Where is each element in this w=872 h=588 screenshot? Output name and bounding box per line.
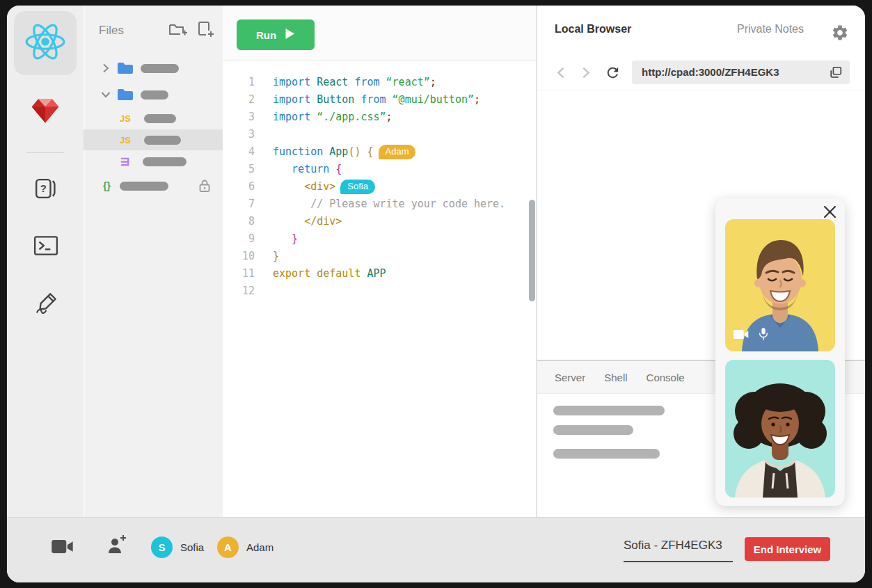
js-file-icon: JS (120, 135, 135, 145)
code-token: Button (317, 93, 354, 106)
code-line: 11export default APP (223, 265, 536, 283)
chevron-down-icon (100, 89, 111, 100)
file-tree-row-json-locked[interactable]: {} (84, 175, 223, 196)
code-token: App (329, 145, 348, 158)
run-button[interactable]: Run (237, 19, 315, 50)
line-number: 6 (223, 178, 273, 196)
json-file-icon: {} (103, 180, 120, 191)
code-token (273, 163, 292, 175)
open-in-new-window-icon[interactable] (829, 65, 843, 79)
camera-toggle-button[interactable] (51, 539, 74, 554)
code-token: { (335, 163, 342, 175)
video-call-card (715, 198, 845, 506)
app-window: ? Files (7, 6, 865, 582)
code-token: “@mui/button” (393, 93, 474, 106)
help-card-icon: ? (34, 177, 56, 202)
svg-text:?: ? (40, 182, 47, 194)
video-tile-adam (725, 219, 835, 351)
code-token: ; (430, 76, 436, 88)
mic-on-icon[interactable] (758, 327, 769, 344)
url-text: http://cpad:3000/ZFH4EGK3 (642, 61, 779, 84)
code-line: 2import Button from “@mui/button”; (223, 91, 536, 109)
console-output-skeleton (553, 425, 633, 435)
play-icon (285, 28, 295, 42)
line-number: 4 (223, 143, 273, 161)
language-ruby-button[interactable] (29, 96, 61, 128)
drawing-mode-button[interactable] (33, 291, 60, 317)
new-folder-button[interactable] (168, 21, 188, 38)
tab-local-browser[interactable]: Local Browser (555, 23, 631, 35)
line-number: 10 (223, 248, 273, 265)
code-token: ; (386, 111, 393, 123)
code-token: import (273, 76, 310, 88)
browser-refresh-button[interactable] (605, 65, 621, 81)
lock-icon (198, 179, 212, 193)
file-tree-row-folder-open[interactable] (84, 84, 223, 105)
code-line: 6 <div>Sofia (223, 178, 536, 196)
editor-scrollbar[interactable] (529, 200, 535, 301)
avatar-adam: A (217, 537, 239, 558)
video-tile-sofia (725, 360, 835, 498)
tab-console[interactable]: Console (647, 372, 685, 383)
url-bar[interactable]: http://cpad:3000/ZFH4EGK3 (632, 61, 850, 84)
new-file-button[interactable] (198, 21, 217, 38)
help-button[interactable]: ? (33, 178, 57, 202)
session-name-input[interactable]: Sofia - ZFH4EGK3 (624, 539, 733, 562)
line-number: 8 (223, 213, 273, 230)
ruby-logo-icon (29, 95, 61, 129)
code-token: } (273, 250, 279, 262)
browser-forward-button[interactable] (581, 67, 594, 79)
close-icon[interactable] (824, 206, 836, 218)
code-token: APP (367, 267, 386, 280)
file-name-skeleton (143, 157, 187, 166)
file-tree-row-js[interactable]: JS (84, 108, 223, 129)
code-line: 8 </div> (223, 213, 536, 230)
tab-shell[interactable]: Shell (604, 372, 627, 383)
code-line: 1import React from “react”; (223, 74, 536, 91)
file-name-skeleton (144, 114, 176, 123)
add-participant-button[interactable] (106, 534, 127, 555)
css-file-icon (120, 157, 135, 167)
remote-cursor-sofia: Sofia (340, 180, 375, 194)
files-panel: Files (84, 6, 223, 518)
terminal-button[interactable] (33, 237, 58, 257)
code-token: function (273, 145, 323, 158)
participant-name: Sofia (180, 541, 204, 553)
browser-back-button[interactable] (555, 67, 568, 79)
line-number: 1 (223, 74, 273, 91)
participant-chip-adam: A Adam (217, 537, 274, 558)
code-token: () (348, 145, 360, 158)
code-token: import (273, 111, 310, 123)
camera-on-icon[interactable] (734, 329, 749, 342)
participant-chip-sofia: S Sofia (151, 537, 204, 558)
language-react-button[interactable] (14, 11, 77, 75)
end-interview-label: End Interview (754, 543, 822, 555)
participant-name: Adam (246, 541, 274, 553)
code-token: export default (273, 267, 360, 280)
file-name-skeleton (120, 182, 168, 191)
code-token: } (292, 232, 298, 245)
line-number: 7 (223, 196, 273, 213)
tab-server[interactable]: Server (555, 372, 585, 383)
settings-gear-icon[interactable] (831, 24, 849, 42)
code-token (273, 215, 304, 228)
file-tree-row-js-selected[interactable]: JS (84, 129, 223, 150)
code-line: 4function App() {Adam (223, 143, 536, 161)
code-token (273, 198, 310, 210)
file-tree-row-folder[interactable] (84, 58, 223, 79)
avatar-sofia: S (151, 537, 173, 558)
code-token: from (354, 76, 379, 88)
code-editor[interactable]: 1import React from “react”;2import Butto… (223, 61, 536, 518)
footer-toolbar: S Sofia A Adam Sofia - ZFH4EGK3 End Inte… (7, 517, 865, 582)
code-token (323, 145, 329, 158)
code-token: { (367, 145, 373, 158)
file-tree-row-css[interactable] (84, 151, 223, 172)
code-token: import (273, 93, 310, 106)
end-interview-button[interactable]: End Interview (745, 537, 830, 561)
folder-icon (117, 62, 134, 74)
tab-private-notes[interactable]: Private Notes (737, 23, 804, 35)
file-name-skeleton (141, 90, 168, 100)
editor-header: Run (223, 6, 536, 61)
rail-divider (26, 152, 64, 153)
code-token (310, 93, 317, 106)
